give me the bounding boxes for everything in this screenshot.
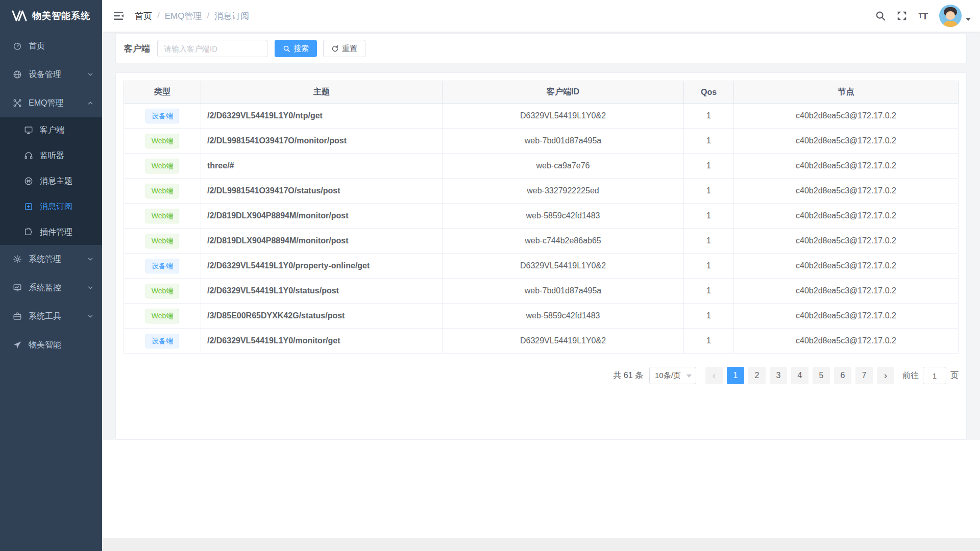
- type-tag: Web端: [145, 234, 180, 248]
- page-button-6[interactable]: 6: [834, 367, 851, 384]
- sidebar-item[interactable]: EMQ管理: [0, 89, 102, 117]
- main-area: 首页 / EMQ管理 / 消息订阅 TT: [102, 0, 980, 551]
- table-row: Web端/2/DL9981541O39417O/status/postweb-3…: [124, 179, 959, 204]
- sidebar-item-label: 消息主题: [40, 176, 94, 187]
- sidebar-item[interactable]: 设备管理: [0, 60, 102, 89]
- reset-button[interactable]: 重置: [323, 40, 365, 57]
- table-row: 设备端/2/D6329VL54419L1Y0/property-online/g…: [124, 254, 959, 279]
- node-cell: c40b2d8ea5c3@172.17.0.2: [734, 104, 959, 129]
- qos-cell: 1: [684, 179, 734, 204]
- sidebar-collapse-icon[interactable]: [112, 10, 125, 22]
- search-icon: [283, 45, 290, 53]
- sidebar-item-label: 插件管理: [40, 227, 94, 238]
- page-button-2[interactable]: 2: [748, 367, 766, 384]
- topic-cell: /2/DL9981541O39417O/status/post: [201, 179, 443, 204]
- sidebar-item[interactable]: 消息主题: [0, 168, 102, 194]
- table-row: 设备端/2/D6329VL54419L1Y0/ntp/getD6329VL544…: [124, 104, 959, 129]
- page-size-select[interactable]: 10条/页: [649, 367, 696, 384]
- node-cell: c40b2d8ea5c3@172.17.0.2: [734, 179, 959, 204]
- pagination: 共 61 条 10条/页 ‹ 1234567 › 前往 页: [124, 367, 959, 384]
- user-menu[interactable]: [939, 5, 971, 27]
- search-button[interactable]: 搜索: [275, 40, 317, 57]
- page-buttons: 1234567: [725, 367, 875, 384]
- sidebar-item-label: 客户端: [40, 125, 94, 136]
- table-body: 设备端/2/D6329VL54419L1Y0/ntp/getD6329VL544…: [124, 104, 959, 354]
- sidebar-item-label: 系统监控: [29, 283, 87, 293]
- qos-cell: 1: [684, 279, 734, 304]
- page-button-4[interactable]: 4: [791, 367, 808, 384]
- next-page-button[interactable]: ›: [877, 367, 894, 384]
- sidebar-item-label: 首页: [29, 41, 94, 52]
- client-id-cell: web-ca9a7e76: [443, 154, 684, 179]
- sidebar-item[interactable]: 系统监控: [0, 273, 102, 302]
- fullscreen-icon[interactable]: [896, 10, 908, 21]
- sidebar-item[interactable]: 系统工具: [0, 302, 102, 331]
- node-cell: c40b2d8ea5c3@172.17.0.2: [734, 129, 959, 154]
- app-title: 物美智能系统: [32, 10, 90, 22]
- client-id-cell: web-5859c42fd1483: [443, 204, 684, 229]
- sidebar-item[interactable]: 消息订阅: [0, 194, 102, 219]
- qos-cell: 1: [684, 329, 734, 354]
- column-header: Qos: [684, 81, 734, 104]
- type-tag: 设备端: [145, 109, 179, 123]
- page-content: 客户端 搜索 重置 类型主题客户端IDQos节点 设备: [102, 32, 980, 440]
- sidebar-item[interactable]: 客户端: [0, 117, 102, 143]
- page-button-5[interactable]: 5: [813, 367, 830, 384]
- sidebar-item[interactable]: 首页: [0, 32, 102, 60]
- type-tag: 设备端: [145, 259, 179, 273]
- avatar[interactable]: [939, 5, 962, 27]
- chevron-down-icon: [87, 313, 94, 320]
- node-cell: c40b2d8ea5c3@172.17.0.2: [734, 304, 959, 329]
- font-size-icon[interactable]: TT: [918, 10, 929, 21]
- type-tag: 设备端: [145, 334, 179, 348]
- total-count: 共 61 条: [613, 370, 643, 381]
- node-cell: c40b2d8ea5c3@172.17.0.2: [734, 254, 959, 279]
- tools-icon: [12, 311, 22, 321]
- horizontal-scrollbar[interactable]: [102, 538, 980, 551]
- page-button-3[interactable]: 3: [770, 367, 787, 384]
- table-row: Web端/2/D819DLX904P8894M/monitor/postweb-…: [124, 229, 959, 254]
- topbar-actions: TT: [875, 5, 971, 27]
- qos-cell: 1: [684, 204, 734, 229]
- send-icon: [12, 340, 22, 350]
- breadcrumb-separator: /: [207, 11, 209, 21]
- sidebar-item-label: 系统工具: [29, 311, 87, 322]
- qos-cell: 1: [684, 229, 734, 254]
- sidebar-item[interactable]: 系统管理: [0, 245, 102, 273]
- search-icon[interactable]: [875, 10, 886, 21]
- type-tag: Web端: [145, 134, 180, 148]
- column-header: 节点: [734, 81, 959, 104]
- table-row: 设备端/2/D6329VL54419L1Y0/monitor/getD6329V…: [124, 329, 959, 354]
- dashboard-icon: [12, 41, 22, 51]
- page-button-1[interactable]: 1: [727, 367, 744, 384]
- qos-cell: 1: [684, 104, 734, 129]
- breadcrumb-home[interactable]: 首页: [135, 10, 152, 22]
- monitor-icon: [12, 283, 22, 293]
- table-row: Web端/2/D819DLX904P8894M/monitor/postweb-…: [124, 204, 959, 229]
- sidebar-item-label: 系统管理: [29, 254, 87, 265]
- chevron-up-icon: [87, 99, 94, 107]
- node-cell: c40b2d8ea5c3@172.17.0.2: [734, 279, 959, 304]
- column-header: 主题: [201, 81, 443, 104]
- subscriptions-table: 类型主题客户端IDQos节点 设备端/2/D6329VL54419L1Y0/nt…: [124, 81, 959, 354]
- client-id-cell: web-7bd01d87a495a: [443, 129, 684, 154]
- listener-icon: [23, 151, 34, 161]
- page-button-7[interactable]: 7: [855, 367, 873, 384]
- qos-cell: 1: [684, 304, 734, 329]
- sidebar-item[interactable]: 插件管理: [0, 219, 102, 245]
- sidebar-item[interactable]: 物美智能: [0, 331, 102, 359]
- prev-page-button[interactable]: ‹: [705, 367, 723, 384]
- client-id-cell: D6329VL54419L1Y0&2: [443, 329, 684, 354]
- client-id-input[interactable]: [157, 40, 267, 57]
- refresh-icon: [331, 45, 339, 53]
- node-cell: c40b2d8ea5c3@172.17.0.2: [734, 329, 959, 354]
- logo[interactable]: 物美智能系统: [0, 0, 102, 32]
- chevron-down-icon: [87, 256, 94, 263]
- message-subscribe-icon: [23, 202, 34, 212]
- table-header-row: 类型主题客户端IDQos节点: [124, 81, 959, 104]
- column-header: 客户端ID: [443, 81, 684, 104]
- sidebar-item[interactable]: 监听器: [0, 143, 102, 168]
- type-tag: Web端: [145, 284, 180, 298]
- goto-page-input[interactable]: [923, 367, 946, 384]
- chevron-down-icon: [87, 71, 94, 78]
